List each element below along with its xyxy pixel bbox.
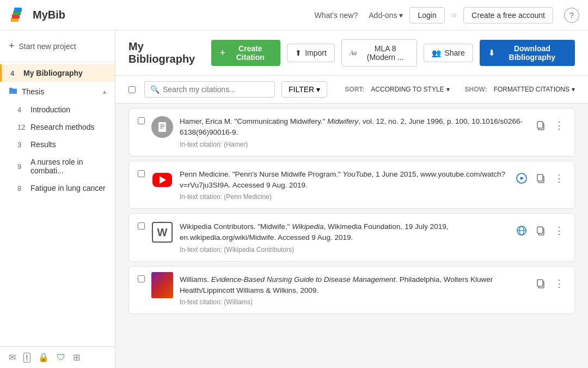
citation-item-3: W Wikipedia Contributors. "Midwife." Wik… [128,213,575,262]
globe-icon [516,225,527,236]
thesis-label: Thesis [22,87,103,96]
sort-value-text: ACCORDING TO STYLE [371,86,444,93]
show-chevron-icon: ▾ [572,86,575,93]
sort-chevron-icon: ▾ [446,86,450,93]
columns-icon[interactable]: ⊞ [73,352,80,363]
svg-text:Aa: Aa [350,49,357,56]
copy-icon [536,120,546,130]
svg-rect-3 [14,8,22,12]
citation-2-thumbnail [151,169,173,191]
citation-3-globe-button[interactable] [514,223,529,238]
logo-icon [9,5,28,25]
citation-item-1: Hamer, Erica M. "Communicating Midwifery… [128,108,575,156]
lock-icon[interactable]: 🔒 [38,352,49,363]
citation-1-actions: ⋮ [534,117,566,134]
alert-icon[interactable]: ! [23,353,30,363]
sidebar: + Start new project 4 My Bibliography Th… [0,31,115,368]
play-circle-icon [516,173,527,184]
citation-2-copy-button[interactable] [534,171,548,185]
sidebar-item-fatigue[interactable]: 8 Fatigue in lung cancer [0,179,115,197]
citation-4-text: Williams. Evidence-Based Nursing Guide t… [180,274,527,297]
citation-1-intext: In-text citation: (Hamer) [180,141,527,148]
select-all-checkbox[interactable] [128,86,136,93]
or-divider: or [451,11,457,19]
show-value-text: FORMATTED CITATIONS [494,86,569,93]
app-logo[interactable]: MyBib [9,5,65,25]
create-citation-button[interactable]: + Create Citation [211,40,280,66]
sidebar-item-results[interactable]: 3 Results [0,136,115,153]
citation-2-play-button[interactable] [514,171,529,186]
addons-label: Add-ons [369,11,397,20]
sort-label: SORT: [345,86,364,93]
search-icon: 🔍 [150,85,160,94]
share-label: Share [444,49,464,57]
citation-4-more-button[interactable]: ⋮ [552,275,566,292]
book-cover-icon [151,272,173,298]
sidebar-item-my-bibliography[interactable]: 4 My Bibliography [0,64,115,82]
citation-3-more-button[interactable]: ⋮ [552,222,566,239]
plus-icon: + [9,40,15,52]
citation-3-copy-button[interactable] [534,224,548,238]
citation-2-text: Penn Medicine. "Penn's Nurse Midwife Pro… [180,169,507,191]
citation-1-content: Hamer, Erica M. "Communicating Midwifery… [180,116,527,148]
citation-2-intext: In-text citation: (Penn Medicine) [180,193,507,201]
citation-1-copy-button[interactable] [534,118,548,132]
citation-3-checkbox[interactable] [138,222,145,230]
sidebar-items: 4 My Bibliography Thesis ▴ 4 Introductio… [0,62,115,346]
main-content: My Bibliography + Create Citation ⬆ Impo… [115,31,588,368]
whats-new-link[interactable]: What's new? [310,9,363,22]
share-button[interactable]: 👥 Share [424,44,473,62]
sidebar-item-thesis[interactable]: Thesis ▴ [0,82,115,101]
research-methods-label: Research methods [30,123,106,131]
search-box[interactable]: 🔍 [144,81,275,98]
citation-1-checkbox[interactable] [138,117,145,124]
thesis-chevron-icon: ▴ [103,88,106,95]
sidebar-item-nurses-role[interactable]: 9 A nurses role in combati... [0,153,115,179]
more-dots-icon: ⋮ [554,225,564,237]
download-bibliography-button[interactable]: ⬇ Download Bibliography [480,40,575,66]
sidebar-item-research-methods[interactable]: 12 Research methods [0,118,115,136]
login-button[interactable]: Login [409,7,444,23]
import-button[interactable]: ⬆ Import [287,44,335,62]
addons-chevron-icon: ▾ [399,11,403,20]
svg-marker-12 [520,177,524,180]
citation-item-2: Penn Medicine. "Penn's Nurse Midwife Pro… [128,161,575,209]
filter-label: FILTER [289,85,314,94]
download-label: Download Bibliography [498,44,566,62]
help-button[interactable]: ? [564,8,579,23]
show-value-button[interactable]: FORMATTED CITATIONS ▾ [494,86,575,93]
svg-rect-21 [537,280,543,286]
svg-rect-14 [537,174,543,181]
sidebar-bottom: ✉ ! 🔒 🛡 ⊞ [0,346,115,368]
citation-2-more-button[interactable]: ⋮ [552,170,566,186]
more-dots-icon: ⋮ [554,277,564,289]
filter-button[interactable]: FILTER ▾ [281,81,327,98]
email-icon[interactable]: ✉ [9,352,16,363]
citation-4-actions: ⋮ [534,275,566,292]
citation-2-content: Penn Medicine. "Penn's Nurse Midwife Pro… [180,169,507,201]
citations-list: Hamer, Erica M. "Communicating Midwifery… [115,104,588,368]
citation-2-checkbox[interactable] [138,170,145,177]
search-input[interactable] [163,85,269,94]
page-title: My Bibliography [128,40,198,65]
style-selector-button[interactable]: Aa MLA 8 (Modern ... [341,39,418,67]
fatigue-badge: 8 [17,184,26,192]
citation-4-checkbox[interactable] [138,275,145,282]
style-label: MLA 8 (Modern ... [362,44,409,62]
citation-4-copy-button[interactable] [534,276,548,291]
fatigue-label: Fatigue in lung cancer [30,184,106,192]
sidebar-item-introduction[interactable]: 4 Introduction [0,101,115,118]
citation-4-intext: In-text citation: (Williams) [180,298,527,306]
results-badge: 3 [17,141,26,149]
help-icon: ? [569,11,574,20]
sort-value-button[interactable]: ACCORDING TO STYLE ▾ [371,86,449,93]
wikipedia-icon: W [152,222,173,243]
start-new-project-button[interactable]: + Start new project [9,37,106,55]
citation-1-more-button[interactable]: ⋮ [552,117,566,134]
addons-button[interactable]: Add-ons ▾ [369,11,403,20]
show-label: SHOW: [465,86,487,93]
more-dots-icon: ⋮ [554,172,564,184]
shield-icon[interactable]: 🛡 [57,353,65,363]
create-account-button[interactable]: Create a free account [463,7,553,23]
citation-3-thumbnail: W [151,221,173,243]
